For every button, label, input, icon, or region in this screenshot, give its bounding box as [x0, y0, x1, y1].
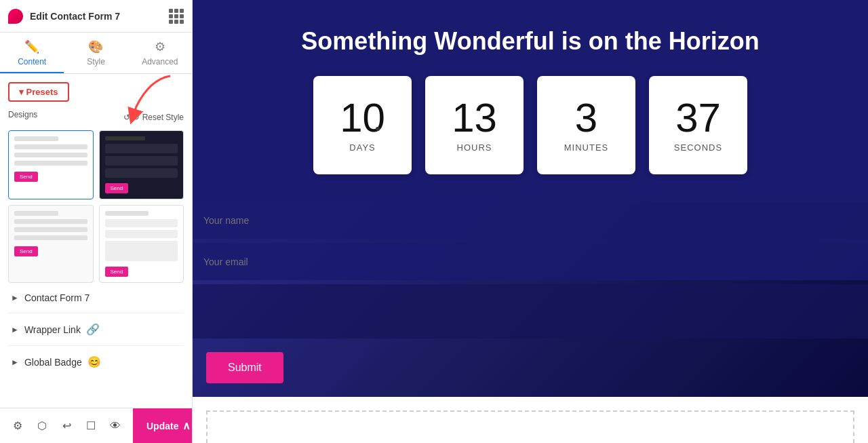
form-name-row — [193, 201, 868, 239]
design-button-preview: Send — [14, 172, 38, 182]
countdown-minutes-label: MINUTES — [564, 142, 609, 153]
design-card-light-2[interactable]: Send — [8, 205, 94, 283]
tab-style-label: Style — [87, 57, 105, 66]
layers-icon-button[interactable]: ⬡ — [30, 414, 54, 438]
form-email-row — [193, 243, 868, 280]
submit-button[interactable]: Submit — [206, 352, 283, 383]
design-card-dark-1[interactable]: Send — [99, 130, 184, 199]
tab-content-label: Content — [18, 57, 46, 66]
section-wrapper-link-label: Wrapper Link — [24, 324, 81, 335]
designs-header: Designs ↺ ↺ Reset Style — [8, 110, 184, 125]
design-line — [14, 227, 87, 232]
design-card-light-3[interactable]: Send — [99, 205, 184, 283]
design-button-preview-2: Send — [14, 246, 38, 256]
submit-area: Submit — [193, 339, 868, 383]
tab-advanced[interactable]: ⚙ Advanced — [128, 33, 192, 73]
design-line — [14, 153, 87, 157]
update-button[interactable]: Update ∧ — [133, 408, 193, 444]
design-line — [14, 161, 87, 166]
design-line — [14, 219, 87, 224]
toolbar-icons: ⚙ ⬡ ↩ ☐ 👁 — [0, 414, 133, 438]
grid-menu-icon[interactable] — [169, 9, 184, 24]
countdown-days-label: DAYS — [349, 142, 375, 153]
update-chevron-icon: ∧ — [182, 419, 191, 432]
design-line — [105, 211, 149, 216]
elementor-logo-icon — [8, 9, 23, 24]
tab-advanced-label: Advanced — [142, 57, 178, 66]
global-badge-icon: 😊 — [87, 355, 101, 368]
countdown-card-seconds: 37 SECONDS — [649, 76, 747, 174]
countdown-days-zero: 0 — [363, 95, 385, 140]
panel-header-left: Edit Contact Form 7 — [8, 9, 120, 24]
advanced-tab-icon: ⚙ — [155, 39, 165, 54]
designs-grid: Send Send Send — [8, 130, 184, 283]
countdown-card-hours: 13 HOURS — [425, 76, 524, 174]
main-content: ‹ Something Wonderful is on the Horizon … — [193, 0, 868, 443]
design-input-light — [105, 230, 178, 238]
countdown-minutes-number: 3 — [575, 98, 597, 138]
tab-content[interactable]: ✏️ Content — [0, 33, 64, 73]
presets-button[interactable]: ▾ Presets — [8, 82, 69, 102]
countdown-hours-label: HOURS — [457, 142, 492, 153]
designs-label: Designs — [8, 110, 37, 119]
countdown-card-minutes: 3 MINUTES — [537, 76, 635, 174]
section-global-badge-label: Global Badge — [24, 357, 82, 368]
bottom-empty-area — [193, 397, 868, 443]
section-wrapper-link[interactable]: ► Wrapper Link 🔗 — [8, 313, 184, 346]
design-line — [14, 136, 58, 141]
chevron-icon-2: ► — [11, 325, 19, 334]
section-contact-form-7-label: Contact Form 7 — [24, 292, 90, 303]
content-tab-icon: ✏️ — [24, 39, 39, 54]
design-line — [14, 211, 58, 216]
style-tab-icon: 🎨 — [88, 39, 103, 54]
countdown-seconds-label: SECONDS — [674, 142, 722, 153]
panel-title: Edit Contact Form 7 — [30, 11, 120, 22]
countdown-hours-number: 13 — [452, 98, 497, 138]
dot-in-zero — [376, 127, 380, 131]
history-icon-button[interactable]: ↩ — [54, 414, 79, 438]
form-email-input[interactable] — [193, 243, 868, 280]
tab-style[interactable]: 🎨 Style — [64, 33, 127, 73]
design-input-dark — [105, 156, 178, 166]
settings-icon-button[interactable]: ⚙ — [5, 414, 30, 438]
form-message-area — [193, 284, 868, 339]
bottom-dashed-area — [206, 410, 854, 443]
design-card-light-1[interactable]: Send — [8, 130, 94, 199]
section-global-badge[interactable]: ► Global Badge 😊 — [8, 346, 184, 378]
bottom-toolbar: ⚙ ⬡ ↩ ☐ 👁 Update ∧ — [0, 408, 192, 443]
chevron-icon-3: ► — [11, 358, 19, 367]
design-line — [14, 235, 87, 240]
preview-icon-button[interactable]: 👁 — [103, 414, 127, 438]
panel-header: Edit Contact Form 7 — [0, 0, 192, 33]
chevron-icon: ► — [11, 293, 19, 303]
design-input-dark — [105, 168, 178, 178]
reset-style-button[interactable]: ↺ ↺ Reset Style — [123, 110, 184, 125]
design-button-dark-preview: Send — [105, 183, 129, 193]
countdown-card-days: 10 DAYS — [313, 76, 412, 174]
responsive-icon-button[interactable]: ☐ — [79, 414, 103, 438]
design-line — [14, 145, 87, 149]
design-line-dark — [105, 136, 145, 140]
hero-heading: Something Wonderful is on the Horizon — [193, 0, 868, 76]
countdown-days-wrapper: 10 — [340, 98, 385, 138]
update-label: Update — [146, 421, 178, 431]
countdown-days-number: 1 — [340, 95, 362, 140]
form-name-input[interactable] — [193, 201, 868, 239]
design-textarea-light — [105, 241, 178, 261]
panel-tabs: ✏️ Content 🎨 Style ⚙ Advanced — [0, 33, 192, 74]
left-panel: Edit Contact Form 7 ✏️ Content 🎨 Style ⚙… — [0, 0, 193, 443]
panel-body: ▾ Presets Designs ↺ ↺ Reset Style — [0, 74, 192, 408]
presets-label: ▾ Presets — [19, 87, 58, 97]
wrapper-link-icon: 🔗 — [86, 323, 100, 336]
reset-style-label: ↺ Reset Style — [133, 113, 184, 122]
countdown-seconds-number: 37 — [675, 98, 721, 138]
section-contact-form-7[interactable]: ► Contact Form 7 — [8, 283, 184, 313]
countdown-row: 10 DAYS 13 HOURS 3 MINUTES 37 SECONDS — [193, 76, 868, 201]
form-area: Submit — [193, 201, 868, 397]
reset-style-icon: ↺ — [123, 113, 130, 122]
design-input-dark — [105, 144, 178, 153]
design-button-preview-3: Send — [105, 267, 129, 277]
design-input-light — [105, 219, 178, 227]
